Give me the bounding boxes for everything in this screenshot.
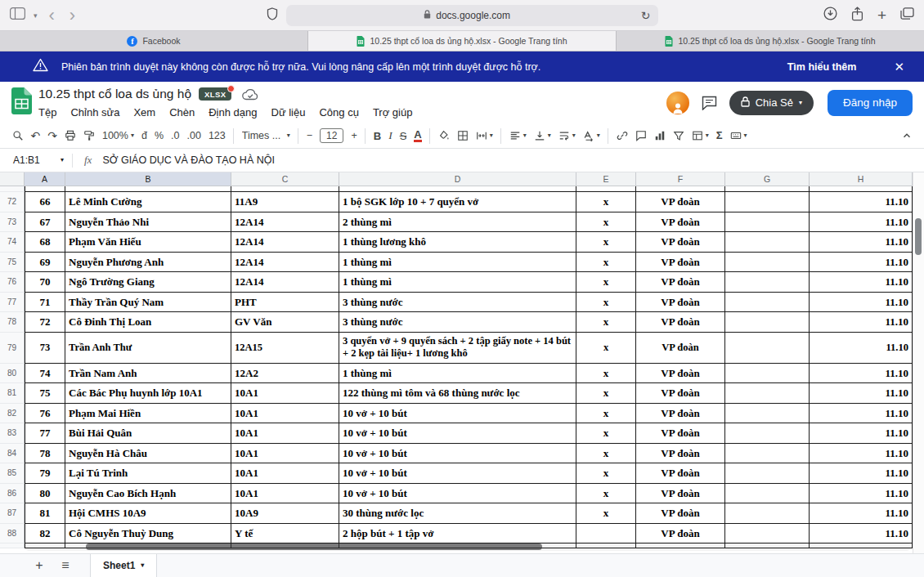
cell[interactable]: 12A15	[231, 333, 339, 364]
cell[interactable]: VP đoàn	[636, 232, 725, 253]
row-header[interactable]: 78	[0, 312, 25, 333]
font-select[interactable]: Times ...▾	[238, 126, 294, 145]
more-formats-icon[interactable]: 123	[204, 126, 229, 145]
row-header[interactable]: 84	[0, 444, 25, 464]
cell[interactable]: VP đoàn	[636, 212, 725, 233]
cell[interactable]: 11.10	[810, 383, 913, 404]
cell[interactable]: Phạm Văn Hiếu	[65, 232, 231, 253]
cell[interactable]: 10 vở + 10 bút	[339, 463, 576, 484]
cell[interactable]	[725, 192, 810, 212]
italic-icon[interactable]: I	[385, 126, 397, 145]
cell[interactable]: x	[576, 312, 636, 333]
cell[interactable]: Các Bác Phụ huynh lớp 10A1	[65, 383, 231, 404]
all-sheets-button[interactable]: ≡	[56, 558, 75, 573]
cell[interactable]: x	[576, 383, 636, 404]
cell[interactable]: 10A1	[231, 484, 339, 504]
row-header[interactable]: 72	[0, 192, 25, 212]
cell[interactable]	[725, 333, 810, 364]
cell[interactable]: 11.10	[810, 333, 913, 364]
cell[interactable]: 10 vở + 10 bút	[339, 423, 576, 444]
cell[interactable]: Nguyễn Phương Anh	[65, 253, 231, 273]
comment-history-icon[interactable]	[702, 96, 717, 110]
cell[interactable]: VP đoàn	[636, 312, 725, 333]
cell[interactable]: 3 thùng nước	[339, 312, 576, 333]
cell[interactable]	[725, 253, 810, 273]
decrease-font-size-icon[interactable]: −	[303, 126, 316, 145]
cell[interactable]	[725, 463, 810, 484]
cell[interactable]: Thầy Trần Quý Nam	[65, 293, 231, 313]
cell[interactable]: 11.10	[810, 253, 913, 273]
cell[interactable]: VP đoàn	[636, 192, 725, 212]
cell[interactable]	[725, 364, 810, 384]
cell[interactable]: 11.10	[810, 484, 913, 504]
cell[interactable]	[725, 232, 810, 253]
cell[interactable]: 10 vở + 10 bút	[339, 484, 576, 504]
cell[interactable]: 30 thùng nước lọc	[339, 503, 576, 524]
column-header-E[interactable]: E	[576, 172, 636, 186]
share-icon[interactable]	[851, 7, 863, 25]
cell[interactable]: VP đoàn	[636, 463, 725, 484]
cell[interactable]: Nguyễn Hà Châu	[65, 444, 231, 464]
cell[interactable]: 67	[25, 212, 65, 233]
menu-item-7[interactable]: Trợ giúp	[373, 106, 413, 119]
cell[interactable]: 2 thùng mì	[339, 212, 576, 233]
cell[interactable]	[725, 312, 810, 333]
cell[interactable]: VP đoàn	[636, 484, 725, 504]
cell[interactable]: 11.10	[810, 212, 913, 233]
column-header-B[interactable]: B	[65, 172, 231, 186]
cell[interactable]: Cô Đinh Thị Loan	[65, 312, 231, 333]
cell[interactable]	[810, 186, 913, 192]
cell[interactable]: x	[576, 404, 636, 424]
row-header[interactable]: 83	[0, 423, 25, 444]
row-header[interactable]: 74	[0, 232, 25, 253]
column-header-D[interactable]: D	[339, 172, 576, 186]
decrease-decimals-icon[interactable]: .0	[168, 126, 183, 145]
cell[interactable]: Nguyễn Thảo Nhi	[65, 212, 231, 233]
vertical-align-icon[interactable]: ▾	[530, 126, 554, 145]
cell[interactable]: Bùi Hải Quân	[65, 423, 231, 444]
row-header[interactable]: 81	[0, 383, 25, 404]
cell[interactable]	[725, 524, 810, 544]
name-box[interactable]: A1:B1 ▾	[0, 149, 72, 172]
reload-icon[interactable]: ↻	[641, 9, 651, 22]
comment-icon[interactable]	[631, 126, 650, 145]
cell[interactable]: 1 thùng lương khô	[339, 232, 576, 253]
horizontal-scrollbar-thumb[interactable]	[86, 543, 542, 550]
sheet-tab[interactable]: Sheet1 ▾	[90, 554, 157, 577]
column-header-C[interactable]: C	[231, 172, 339, 186]
cell[interactable]: VP đoàn	[636, 404, 725, 424]
horizontal-align-icon[interactable]: ▾	[505, 126, 530, 145]
browser-tab[interactable]: 10.25 thpt cổ loa ds ủng hộ.xlsx - Googl…	[308, 31, 617, 51]
cell[interactable]: 2 hộp bút + 1 tập vở	[339, 524, 576, 544]
chart-icon[interactable]	[650, 126, 669, 145]
sidebar-chevron-icon[interactable]: ▾	[34, 11, 38, 20]
cell[interactable]: Trần Nam Anh	[65, 364, 231, 384]
select-all-corner[interactable]	[0, 172, 25, 186]
cell[interactable]: 12A2	[231, 364, 339, 384]
cloud-status-icon[interactable]	[242, 88, 258, 101]
signin-button[interactable]: Đăng nhập	[828, 90, 913, 116]
cell[interactable]: 74	[25, 364, 65, 384]
cell[interactable]: x	[576, 463, 636, 484]
cell[interactable]: 12A14	[231, 272, 339, 293]
row-header[interactable]: 87	[0, 503, 25, 524]
cell[interactable]	[231, 186, 339, 192]
sidebar-icon[interactable]	[10, 7, 25, 23]
cell[interactable]: 10A1	[231, 444, 339, 464]
vertical-scrollbar[interactable]	[913, 172, 924, 553]
print-icon[interactable]	[61, 126, 79, 145]
row-header[interactable]: 82	[0, 404, 25, 424]
functions-icon[interactable]: Σ	[712, 126, 726, 145]
cell[interactable]: VP đoàn	[636, 364, 725, 384]
cell[interactable]: x	[576, 272, 636, 293]
cell[interactable]: 11.10	[810, 272, 913, 293]
downloads-icon[interactable]	[823, 7, 837, 24]
new-tab-icon[interactable]: +	[877, 8, 886, 23]
cell[interactable]: x	[576, 293, 636, 313]
percent-format-icon[interactable]: %	[150, 126, 167, 145]
cell[interactable]: 71	[25, 293, 65, 313]
cell[interactable]: 11.10	[810, 364, 913, 384]
font-size-input[interactable]: 12	[316, 126, 348, 145]
document-title[interactable]: 10.25 thpt cổ loa ds ủng hộ	[38, 87, 191, 101]
formula-input[interactable]: SỞ GIÁO DỤC VÀ ĐÀO TẠO HÀ NỘI	[102, 154, 275, 166]
